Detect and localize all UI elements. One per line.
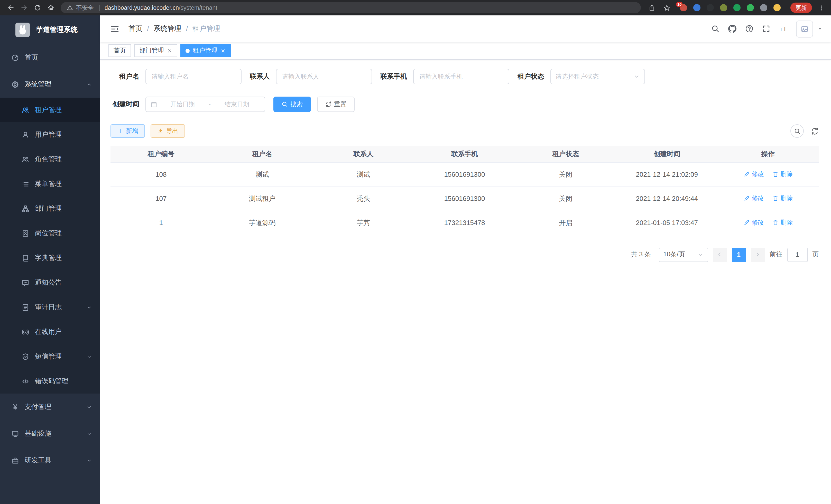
extension-icon[interactable] bbox=[692, 3, 701, 12]
security-label[interactable]: 不安全 bbox=[76, 4, 94, 11]
tenant-name-input[interactable] bbox=[145, 69, 241, 84]
export-button[interactable]: 导出 bbox=[150, 124, 185, 138]
sidebar-item-label: 租户管理 bbox=[35, 105, 92, 115]
sidebar-item-tenant[interactable]: 租户管理 bbox=[0, 98, 100, 122]
breadcrumb-item[interactable]: 首页 bbox=[128, 24, 142, 33]
delete-link[interactable]: 删除 bbox=[772, 194, 793, 203]
chevron-down-icon bbox=[86, 431, 92, 437]
next-page-button[interactable] bbox=[751, 247, 765, 262]
extension-icon[interactable] bbox=[732, 3, 741, 12]
extension-icon[interactable] bbox=[706, 3, 714, 12]
extension-icon[interactable] bbox=[746, 3, 754, 12]
sidebar-item-pay[interactable]: 支付管理 bbox=[0, 393, 100, 420]
browser-reload-button[interactable] bbox=[31, 1, 44, 14]
cell-status: 关闭 bbox=[515, 186, 617, 211]
sidebar-item-errcode[interactable]: 错误码管理 bbox=[0, 369, 100, 393]
cell-created: 2021-12-14 21:02:09 bbox=[616, 162, 717, 186]
tab-label: 部门管理 bbox=[139, 46, 164, 55]
delete-link[interactable]: 删除 bbox=[772, 170, 793, 179]
tab-home[interactable]: 首页 bbox=[109, 44, 131, 57]
breadcrumb-separator: / bbox=[147, 25, 149, 33]
browser-back-button[interactable] bbox=[4, 1, 18, 14]
edit-link[interactable]: 修改 bbox=[743, 170, 764, 179]
fullscreen-icon bbox=[762, 25, 770, 33]
github-link[interactable] bbox=[728, 25, 737, 33]
tab-dept[interactable]: 部门管理 bbox=[134, 44, 177, 57]
edit-link[interactable]: 修改 bbox=[743, 194, 764, 203]
close-icon[interactable] bbox=[221, 48, 226, 53]
fullscreen-button[interactable] bbox=[762, 25, 770, 33]
create-time-range[interactable]: 开始日期 - 结束日期 bbox=[145, 97, 265, 112]
sidebar-item-system[interactable]: 系统管理 bbox=[0, 71, 100, 98]
app-logo[interactable]: 芋道管理系统 bbox=[0, 16, 100, 44]
column-header: 租户状态 bbox=[515, 146, 617, 162]
sidebar-item-label: 错误码管理 bbox=[35, 377, 92, 386]
sidebar-item-dept[interactable]: 部门管理 bbox=[0, 196, 100, 221]
edit-link[interactable]: 修改 bbox=[743, 218, 764, 227]
edit-icon bbox=[743, 196, 749, 202]
cell-contact: 秃头 bbox=[313, 186, 414, 211]
badge-icon bbox=[22, 229, 29, 237]
sidebar-item-role[interactable]: 角色管理 bbox=[0, 147, 100, 172]
cell-created: 2021-12-14 20:49:44 bbox=[616, 186, 717, 211]
goto-page-input[interactable] bbox=[787, 247, 808, 262]
prev-page-button[interactable] bbox=[713, 247, 727, 262]
browser-menu-button[interactable] bbox=[815, 2, 827, 13]
share-button[interactable] bbox=[646, 2, 657, 13]
close-icon[interactable] bbox=[167, 48, 172, 53]
pagination: 共 3 条 10条/页 1 前往 页 bbox=[111, 247, 819, 262]
browser-home-button[interactable] bbox=[44, 1, 58, 14]
sidebar-item-auditlog[interactable]: 审计日志 bbox=[0, 295, 100, 320]
sidebar-item-notice[interactable]: 通知公告 bbox=[0, 270, 100, 295]
sidebar-item-online[interactable]: 在线用户 bbox=[0, 320, 100, 344]
contact-input[interactable] bbox=[276, 69, 372, 84]
sidebar-item-infra[interactable]: 基础设施 bbox=[0, 420, 100, 447]
browser-actions: 10 更新 bbox=[646, 2, 827, 13]
extension-icon[interactable] bbox=[759, 3, 768, 12]
toggle-search-button[interactable] bbox=[791, 124, 804, 138]
chevron-down-icon bbox=[634, 73, 640, 80]
extension-icon[interactable]: 10 bbox=[679, 3, 688, 12]
navbar-search-button[interactable] bbox=[711, 25, 719, 33]
user-avatar[interactable] bbox=[796, 20, 813, 37]
font-size-button[interactable]: TT bbox=[779, 25, 787, 33]
sidebar-toggle-button[interactable] bbox=[109, 24, 125, 33]
reset-button[interactable]: 重置 bbox=[317, 97, 354, 112]
browser-forward-button[interactable] bbox=[18, 1, 31, 14]
phone-input[interactable] bbox=[413, 69, 509, 84]
bookmark-button[interactable] bbox=[661, 2, 672, 13]
create-time-label: 创建时间 bbox=[111, 100, 139, 109]
chevron-left-icon bbox=[717, 251, 723, 258]
breadcrumb: 首页/系统管理/租户管理 bbox=[128, 24, 220, 33]
refresh-table-button[interactable] bbox=[811, 127, 819, 135]
sidebar-item-user[interactable]: 用户管理 bbox=[0, 122, 100, 147]
tenant-status-select[interactable]: 请选择租户状态 bbox=[550, 69, 645, 84]
question-icon bbox=[745, 25, 753, 33]
delete-link[interactable]: 删除 bbox=[772, 218, 793, 227]
address-bar[interactable]: 不安全 dashboard.yudao.iocoder.cn/system/te… bbox=[61, 2, 641, 13]
add-button[interactable]: 新增 bbox=[111, 124, 145, 138]
sidebar-item-dict[interactable]: 字典管理 bbox=[0, 245, 100, 270]
sidebar-item-label: 支付管理 bbox=[25, 402, 81, 412]
browser-update-button[interactable]: 更新 bbox=[791, 3, 812, 13]
table-row: 1芋道源码芋艿17321315478开启2021-01-05 17:03:47修… bbox=[111, 211, 819, 235]
column-header: 联系人 bbox=[313, 146, 414, 162]
caret-down-icon[interactable] bbox=[817, 26, 823, 32]
search-button[interactable]: 搜索 bbox=[274, 97, 311, 112]
edit-icon bbox=[743, 219, 749, 226]
extension-icon[interactable] bbox=[772, 3, 781, 12]
sidebar-item-post[interactable]: 岗位管理 bbox=[0, 221, 100, 245]
extension-icon[interactable] bbox=[719, 3, 728, 12]
dashboard-icon bbox=[11, 54, 19, 61]
tab-tenant[interactable]: 租户管理 bbox=[180, 44, 231, 57]
sidebar-item-menu[interactable]: 菜单管理 bbox=[0, 172, 100, 196]
sidebar-item-devtool[interactable]: 研发工具 bbox=[0, 447, 100, 474]
page-size-select[interactable]: 10条/页 bbox=[659, 247, 708, 262]
sidebar-item-label: 研发工具 bbox=[25, 456, 81, 465]
sidebar-item-home[interactable]: 首页 bbox=[0, 44, 100, 71]
screen: 不安全 dashboard.yudao.iocoder.cn/system/te… bbox=[0, 0, 831, 504]
sidebar-item-sms[interactable]: 短信管理 bbox=[0, 344, 100, 369]
help-button[interactable] bbox=[745, 25, 753, 33]
page-1-button[interactable]: 1 bbox=[732, 247, 746, 262]
phone-label: 联系手机 bbox=[380, 72, 407, 81]
